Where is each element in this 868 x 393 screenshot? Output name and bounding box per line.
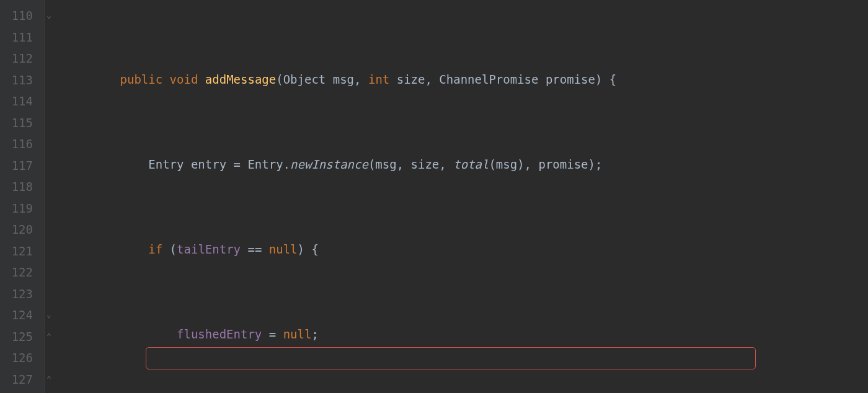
fold-marker-icon[interactable]: ⌃ xyxy=(46,369,51,391)
line-number[interactable]: 110 xyxy=(6,5,33,27)
line-number[interactable]: 126 xyxy=(6,347,33,369)
code-line: Entry entry = Entry.newInstance(msg, siz… xyxy=(63,154,652,175)
line-number[interactable]: 114 xyxy=(6,91,33,112)
line-number[interactable]: 123 xyxy=(6,283,33,305)
code-line: public void addMessage(Object msg, int s… xyxy=(63,69,652,91)
line-number[interactable]: 122 xyxy=(6,262,33,283)
line-number[interactable]: 125 xyxy=(6,326,33,348)
line-number-gutter[interactable]: 1101111121131141151161171181191201211221… xyxy=(0,0,45,393)
line-number[interactable]: 124 xyxy=(6,304,33,326)
code-editor: 1101111121131141151161171181191201211221… xyxy=(0,0,868,393)
code-line: if (tailEntry == null) { xyxy=(63,239,652,260)
line-number[interactable]: 119 xyxy=(6,198,33,219)
line-number[interactable]: 113 xyxy=(6,69,33,91)
line-number[interactable]: 121 xyxy=(6,241,33,262)
fold-marker-icon[interactable]: ⌄ xyxy=(46,5,51,27)
line-number[interactable]: 116 xyxy=(6,133,33,155)
fold-marker-icon[interactable]: ⌄ xyxy=(46,304,51,326)
highlight-annotation xyxy=(146,347,756,369)
line-number[interactable]: 115 xyxy=(6,112,33,134)
line-number[interactable]: 111 xyxy=(6,27,33,48)
code-area[interactable]: public void addMessage(Object msg, int s… xyxy=(57,0,652,393)
line-number[interactable]: 127 xyxy=(6,369,33,391)
line-number[interactable]: 117 xyxy=(6,155,33,177)
line-number[interactable]: 120 xyxy=(6,219,33,241)
line-number[interactable]: 118 xyxy=(6,176,33,198)
fold-column[interactable]: ⌄ ⌄ ⌃ ⌃ xyxy=(45,0,57,393)
code-line: flushedEntry = null; xyxy=(63,324,652,345)
line-number[interactable]: 112 xyxy=(6,48,33,69)
fold-marker-icon[interactable]: ⌃ xyxy=(46,326,51,348)
